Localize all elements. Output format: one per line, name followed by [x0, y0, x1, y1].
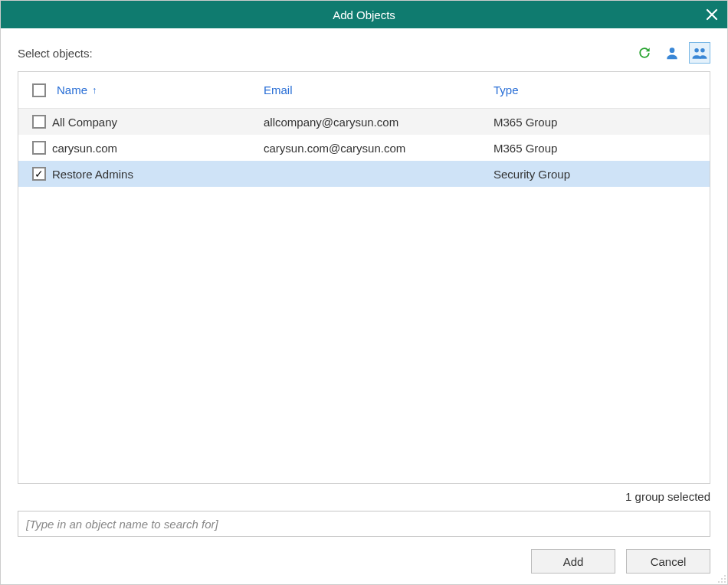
column-header-name[interactable]: Name ↑: [18, 83, 264, 97]
row-email: allcompany@carysun.com: [264, 116, 494, 129]
row-type: M365 Group: [494, 116, 710, 129]
selection-status: 1 group selected: [18, 490, 710, 503]
svg-point-8: [724, 581, 726, 583]
group-icon[interactable]: [689, 42, 710, 64]
row-name: All Company: [52, 116, 117, 129]
column-header-type[interactable]: Type: [494, 83, 710, 96]
button-row: Add Cancel: [18, 549, 710, 574]
svg-point-0: [670, 47, 675, 53]
row-checkbox[interactable]: [32, 141, 46, 155]
add-button[interactable]: Add: [531, 549, 615, 574]
dialog-content: Select objects: Name ↑ Email Type: [1, 28, 727, 584]
toolbar-row: Select objects:: [18, 42, 710, 64]
table-body: All Company allcompany@carysun.com M365 …: [18, 109, 710, 483]
sort-asc-icon: ↑: [92, 84, 97, 96]
search-input[interactable]: [18, 511, 710, 537]
user-icon[interactable]: [661, 42, 683, 64]
objects-table: Name ↑ Email Type All Company allcompany…: [18, 71, 710, 484]
select-all-checkbox[interactable]: [32, 83, 46, 97]
row-checkbox[interactable]: ✓: [32, 167, 46, 181]
column-header-email[interactable]: Email: [264, 83, 494, 96]
svg-point-5: [724, 578, 726, 580]
cancel-button[interactable]: Cancel: [626, 549, 710, 574]
row-type: M365 Group: [494, 142, 710, 155]
svg-point-4: [721, 578, 723, 580]
resize-grip-icon[interactable]: [716, 573, 726, 583]
column-label-type: Type: [494, 83, 519, 96]
svg-point-2: [700, 48, 705, 52]
row-name: Restore Admins: [52, 168, 133, 181]
svg-point-3: [724, 575, 726, 577]
svg-point-6: [718, 581, 720, 583]
dialog-title: Add Objects: [333, 8, 395, 21]
column-label-name: Name: [57, 83, 87, 96]
row-type: Security Group: [494, 168, 710, 181]
close-icon[interactable]: [706, 1, 718, 28]
refresh-icon[interactable]: [634, 42, 655, 64]
table-row[interactable]: ✓ Restore Admins Security Group: [18, 161, 710, 187]
toolbar-icons: [634, 42, 710, 64]
row-checkbox[interactable]: [32, 115, 46, 129]
select-objects-label: Select objects:: [18, 47, 93, 60]
table-header: Name ↑ Email Type: [18, 72, 710, 109]
titlebar: Add Objects: [1, 1, 727, 28]
row-name: carysun.com: [52, 142, 117, 155]
row-email: carysun.com@carysun.com: [264, 142, 494, 155]
svg-point-1: [694, 48, 699, 52]
table-row[interactable]: All Company allcompany@carysun.com M365 …: [18, 109, 710, 135]
column-label-email: Email: [264, 83, 293, 96]
table-row[interactable]: carysun.com carysun.com@carysun.com M365…: [18, 135, 710, 161]
svg-point-7: [721, 581, 723, 583]
